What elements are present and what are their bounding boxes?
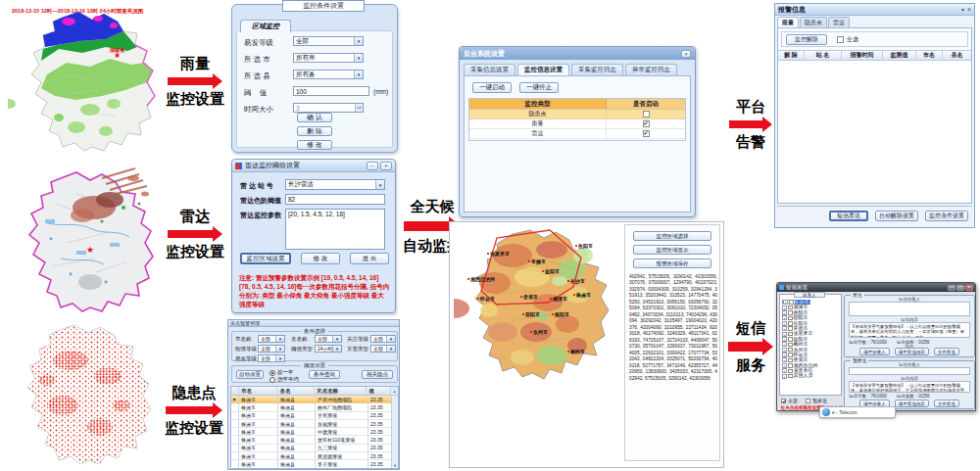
expand-icon[interactable]: + xyxy=(782,306,787,310)
select-all-checkbox[interactable]: 全选 xyxy=(837,35,858,44)
table-row[interactable]: 株洲市 株洲县 甘家滑坡 23.35 xyxy=(231,412,398,420)
presend-checkbox[interactable]: 预发送 xyxy=(806,398,827,403)
minimize-icon[interactable]: – xyxy=(367,162,378,170)
start-checkbox[interactable] xyxy=(643,111,650,118)
sms-recipients-box[interactable] xyxy=(849,302,970,316)
sms-recipients-box[interactable] xyxy=(849,367,970,375)
expand-icon[interactable]: + xyxy=(783,300,788,305)
threshold-type-select[interactable]: 24小时雨量▾ xyxy=(315,345,342,353)
checkbox-icon[interactable] xyxy=(788,358,793,363)
confirm-button[interactable]: 确 认 xyxy=(297,113,332,122)
file-send-button[interactable]: 文件发送 xyxy=(934,348,959,355)
prone-level-select[interactable]: 全部▾ xyxy=(258,354,285,362)
checkbox-icon[interactable] xyxy=(788,363,793,368)
exit-button[interactable]: 退 出 xyxy=(350,253,389,264)
close-icon[interactable]: × xyxy=(681,50,691,58)
auto-release-settings-button[interactable]: 自动解除设置 xyxy=(875,211,918,221)
maximize-icon[interactable]: □ xyxy=(956,285,964,291)
expand-icon[interactable]: + xyxy=(782,310,787,315)
expand-icon[interactable]: + xyxy=(782,332,787,337)
checkbox-icon[interactable] xyxy=(788,306,793,310)
scrollbar[interactable]: ▼ xyxy=(391,396,398,468)
sms-send-button[interactable]: 短信发送 xyxy=(829,211,868,221)
threshold-input[interactable]: 100 xyxy=(293,86,369,96)
close-icon[interactable]: × xyxy=(967,6,971,13)
modify-button[interactable]: 修 改 xyxy=(297,140,332,150)
table-row[interactable]: 株洲市 株洲县 九三滑坡 23.35 xyxy=(231,445,398,452)
close-icon[interactable]: × xyxy=(965,285,973,291)
tab-abnormal-log[interactable]: 异常监控日志 xyxy=(625,64,677,75)
minimize-icon[interactable]: – xyxy=(948,285,956,291)
sms-content-box[interactable]: 【省地质灾害气象预警短信】：以上站点雨量已达到预警阈值，请相关单位及时组织人员巡… xyxy=(849,322,970,338)
checkbox-icon[interactable] xyxy=(788,332,793,337)
related-points-button[interactable]: 相关隐点 xyxy=(362,370,393,379)
table-row[interactable]: 雨量 xyxy=(469,119,685,129)
table-row[interactable]: 株洲市 株洲县 龙军村110道滑坡 23.35 xyxy=(231,436,398,444)
sms-content-box[interactable]: 【省地质灾害气象预警短信】：以上站点雨量已达到预警阈值，请各单位做好值班值守，注… xyxy=(849,381,970,393)
clear-content-button[interactable]: 清空发送内容 xyxy=(895,400,929,407)
tab-collect-info[interactable]: 采集信息设置 xyxy=(464,64,515,75)
auto-set-button[interactable]: 自动设置 xyxy=(236,370,264,379)
checkbox-icon[interactable] xyxy=(788,310,793,315)
tab-monitor-info[interactable]: 监控信息设置 xyxy=(517,64,569,75)
start-checkbox[interactable] xyxy=(643,130,650,137)
disaster-type-select[interactable]: 全部▾ xyxy=(370,345,396,353)
danger-level-select[interactable]: 全部▾ xyxy=(258,345,285,353)
modify-button[interactable]: 修 改 xyxy=(301,253,340,264)
monitor-params-textarea[interactable]: [20, 1.5, 4.5, 12, 16] xyxy=(285,209,385,250)
tab-radar[interactable]: 雷达 xyxy=(828,17,850,27)
monitor-region-button[interactable]: 监控区域设置 xyxy=(240,253,291,264)
table-row[interactable]: ▶ 株洲市 株洲县 严家冲地面塌陷 23.35 xyxy=(231,396,398,403)
start-all-button[interactable]: 一键启动 xyxy=(472,82,512,93)
table-row[interactable]: 株洲市 株洲县 曲线厂地面塌陷 23.35 xyxy=(231,403,398,411)
release-monitor-button[interactable]: 监控解除 xyxy=(786,34,827,45)
expand-icon[interactable]: + xyxy=(782,368,787,373)
attention-level-select[interactable]: 全部▾ xyxy=(370,335,396,343)
expand-icon[interactable]: + xyxy=(782,342,787,347)
radio-yearly-avg[interactable]: 历年平均 xyxy=(270,376,299,383)
checkbox-icon[interactable] xyxy=(788,343,793,348)
expand-icon[interactable]: + xyxy=(782,363,787,368)
checkbox-icon[interactable] xyxy=(788,326,793,331)
color-threshold-input[interactable]: 82 xyxy=(285,194,385,205)
clear-content-button[interactable]: 清空发送内容 xyxy=(895,348,929,355)
tree-item[interactable]: +其他人员 xyxy=(782,373,839,378)
tab-region-monitor[interactable]: 区域监控 xyxy=(240,20,291,32)
expand-icon[interactable]: + xyxy=(782,321,787,326)
checkbox-icon[interactable] xyxy=(788,348,793,353)
expand-icon[interactable]: + xyxy=(782,315,787,320)
radar-station-select[interactable]: 长沙雷达▾ xyxy=(285,179,385,190)
tab-collect-log[interactable]: 采集监控日志 xyxy=(571,64,623,75)
table-row[interactable]: 株洲市 株洲县 黄泥塘滑坡 23.35 xyxy=(231,452,398,460)
pin-icon[interactable]: ▾ xyxy=(961,6,964,13)
delete-button[interactable]: 删 除 xyxy=(297,126,332,136)
expand-icon[interactable]: + xyxy=(782,374,787,379)
tab-hazard-point[interactable]: 隐患点 xyxy=(800,17,827,27)
expand-icon[interactable]: + xyxy=(782,326,787,331)
checkbox-icon[interactable] xyxy=(788,369,793,374)
condition-query-button[interactable]: 条件查询 xyxy=(309,370,340,379)
select-all-checkbox[interactable]: 全选 xyxy=(781,398,798,403)
taskbar-badge[interactable]: e - Telecom xyxy=(819,406,896,418)
file-send-button[interactable]: 文件发送 xyxy=(934,400,959,407)
monitor-condition-settings-button[interactable]: 监控条件设置 xyxy=(925,211,968,221)
tab-rain[interactable]: 雨量 xyxy=(777,17,799,27)
risk-level-select[interactable]: 全部▾ xyxy=(293,36,364,46)
table-row[interactable]: 雷达 xyxy=(469,129,685,139)
contacts-tab[interactable]: 联系人 xyxy=(794,292,825,298)
tree-item[interactable]: +长沙市 xyxy=(782,300,810,305)
checkbox-icon[interactable] xyxy=(788,321,793,326)
radio-prev-year[interactable]: 前一年 xyxy=(270,369,294,376)
checkbox-icon[interactable] xyxy=(789,300,794,305)
table-row[interactable]: 隐患点 xyxy=(469,110,685,119)
checkbox-icon[interactable] xyxy=(788,374,793,379)
expand-icon[interactable]: + xyxy=(782,353,787,357)
expand-icon[interactable]: + xyxy=(782,357,787,362)
county-name-select[interactable]: 全部▾ xyxy=(315,335,342,343)
monitor-region-select-button[interactable]: 监控区域选择 xyxy=(633,231,711,241)
close-icon[interactable]: × xyxy=(380,162,392,170)
start-checkbox[interactable] xyxy=(643,120,650,127)
scroll-up-icon[interactable]: ▲ xyxy=(391,387,398,395)
checkbox-icon[interactable] xyxy=(788,337,793,342)
alert-region-save-button[interactable]: 预警区域保存 xyxy=(633,259,711,268)
